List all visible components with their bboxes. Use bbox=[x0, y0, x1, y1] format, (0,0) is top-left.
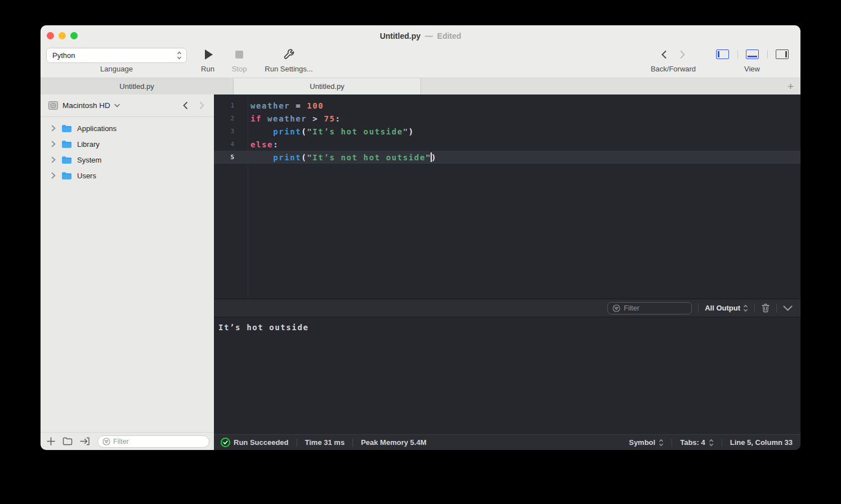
folder-label: Users bbox=[77, 172, 96, 180]
filter-placeholder: Filter bbox=[624, 304, 639, 312]
status-bar: Run Succeeded Time 31 ms Peak Memory 5.4… bbox=[214, 434, 800, 450]
stop-label: Stop bbox=[232, 65, 247, 73]
sidebar-bottom-toolbar: Filter bbox=[41, 432, 214, 450]
code-text: if weather > 75: bbox=[248, 114, 341, 123]
filter-icon bbox=[102, 438, 110, 446]
console-output[interactable]: It’s hot outside bbox=[214, 317, 800, 434]
code-text: weather = 100 bbox=[248, 101, 324, 110]
disclosure-chevron-icon[interactable] bbox=[51, 156, 56, 163]
code-line-2: 2if weather > 75: bbox=[214, 112, 800, 125]
tab-bar: Untitled.py Untitled.py + bbox=[41, 78, 800, 94]
code-text: else: bbox=[248, 140, 279, 149]
disclosure-chevron-icon[interactable] bbox=[51, 172, 56, 179]
disclosure-chevron-icon[interactable] bbox=[51, 125, 56, 132]
chevron-right-icon bbox=[679, 50, 686, 59]
folder-icon bbox=[61, 124, 72, 133]
play-icon bbox=[204, 49, 213, 60]
sidebar-header: Macintosh HD bbox=[41, 94, 214, 117]
sidebar-forward-button[interactable] bbox=[199, 101, 205, 110]
minimize-window-button[interactable] bbox=[59, 32, 66, 39]
zoom-window-button[interactable] bbox=[70, 32, 78, 39]
console-toolbar: Filter All Output bbox=[214, 299, 800, 317]
toggle-sidebar-button[interactable] bbox=[716, 50, 729, 59]
new-folder-button[interactable] bbox=[62, 437, 73, 446]
sidebar-item-applications[interactable]: Applications bbox=[41, 120, 214, 136]
updown-chevron-icon bbox=[743, 304, 748, 312]
language-select-value: Python bbox=[52, 51, 75, 60]
toggle-console-button[interactable] bbox=[746, 50, 759, 59]
console-output-line: It’s hot outside bbox=[218, 323, 796, 332]
run-status: Run Succeeded bbox=[221, 438, 289, 447]
app-window: Untitled.py — Edited Python Language Run… bbox=[41, 25, 800, 450]
code-line-4: 4else: bbox=[214, 138, 800, 151]
new-tab-button[interactable]: + bbox=[788, 81, 794, 92]
updown-chevron-icon bbox=[177, 51, 182, 60]
success-check-icon bbox=[221, 438, 230, 447]
close-window-button[interactable] bbox=[47, 32, 54, 39]
sidebar-back-button[interactable] bbox=[182, 101, 188, 110]
collapse-console-button[interactable] bbox=[783, 305, 793, 311]
peak-memory: Peak Memory 5.4M bbox=[361, 438, 426, 447]
updown-chevron-icon bbox=[659, 439, 664, 447]
window-title: Untitled.py — Edited bbox=[380, 32, 462, 40]
code-text: print("It’s not hot outside") bbox=[248, 152, 437, 162]
device-name: Macintosh HD bbox=[62, 101, 110, 110]
symbol-select[interactable]: Symbol bbox=[629, 438, 664, 447]
cursor-position[interactable]: Line 5, Column 33 bbox=[730, 438, 793, 447]
run-label: Run bbox=[201, 65, 214, 73]
folder-label: Library bbox=[77, 140, 100, 148]
add-file-button[interactable] bbox=[47, 437, 55, 446]
forward-button[interactable] bbox=[678, 50, 686, 59]
folder-icon bbox=[61, 140, 72, 148]
chevron-left-icon bbox=[661, 50, 667, 59]
clear-console-button[interactable] bbox=[761, 303, 770, 313]
filter-placeholder: Filter bbox=[113, 438, 129, 446]
back-forward-label: Back/Forward bbox=[651, 65, 696, 73]
right-panel-icon bbox=[785, 51, 787, 57]
code-text: print("It’s hot outside") bbox=[248, 127, 414, 136]
tab-untitled-1[interactable]: Untitled.py bbox=[41, 78, 234, 94]
tab-label: Untitled.py bbox=[310, 82, 344, 91]
folder-label: Applications bbox=[77, 124, 117, 133]
sidebar-item-system[interactable]: System bbox=[41, 152, 214, 168]
language-select[interactable]: Python bbox=[46, 48, 187, 63]
console-filter-input[interactable]: Filter bbox=[607, 302, 692, 314]
code-editor[interactable]: 1weather = 1002if weather > 75:3 print("… bbox=[214, 94, 800, 299]
sidebar-panel-icon bbox=[718, 51, 719, 57]
output-channel-value: All Output bbox=[705, 304, 740, 312]
tabs-label: Tabs: 4 bbox=[680, 438, 705, 447]
back-button[interactable] bbox=[660, 50, 668, 59]
folder-label: System bbox=[77, 156, 101, 164]
code-line-3: 3 print("It’s hot outside") bbox=[214, 125, 800, 138]
output-channel-select[interactable]: All Output bbox=[705, 304, 748, 312]
disclosure-chevron-icon[interactable] bbox=[51, 141, 56, 147]
run-settings-label: Run Settings... bbox=[265, 65, 312, 73]
tab-untitled-2[interactable]: Untitled.py bbox=[234, 78, 421, 94]
folder-icon bbox=[61, 172, 72, 180]
line-number: 5 bbox=[214, 154, 248, 161]
chevron-down-icon[interactable] bbox=[114, 104, 120, 107]
language-label: Language bbox=[100, 65, 133, 73]
folder-icon bbox=[61, 156, 72, 164]
file-browser-sidebar: Macintosh HD Applications bbox=[41, 94, 214, 450]
stop-button[interactable] bbox=[235, 51, 243, 58]
sidebar-filter-input[interactable]: Filter bbox=[97, 435, 209, 448]
wrench-icon bbox=[283, 48, 294, 61]
tabs-select[interactable]: Tabs: 4 bbox=[680, 438, 714, 447]
tab-label: Untitled.py bbox=[119, 82, 154, 91]
hard-drive-icon bbox=[48, 101, 58, 110]
console-panel-icon bbox=[748, 56, 757, 57]
run-button[interactable] bbox=[203, 49, 213, 60]
title-bar: Untitled.py — Edited bbox=[41, 25, 800, 46]
toggle-right-panel-button[interactable] bbox=[776, 50, 789, 59]
filter-icon bbox=[612, 304, 620, 312]
code-line-1: 1weather = 100 bbox=[214, 99, 800, 112]
sidebar-item-library[interactable]: Library bbox=[41, 136, 214, 152]
file-list: Applications Library System Users bbox=[41, 117, 214, 432]
run-time: Time 31 ms bbox=[305, 438, 345, 447]
sidebar-item-users[interactable]: Users bbox=[41, 168, 214, 183]
run-settings-button[interactable] bbox=[283, 48, 294, 61]
toolbar: Python Language Run Stop Run Settings... bbox=[41, 46, 800, 78]
line-number: 3 bbox=[214, 128, 248, 135]
reveal-in-finder-button[interactable] bbox=[80, 437, 90, 446]
